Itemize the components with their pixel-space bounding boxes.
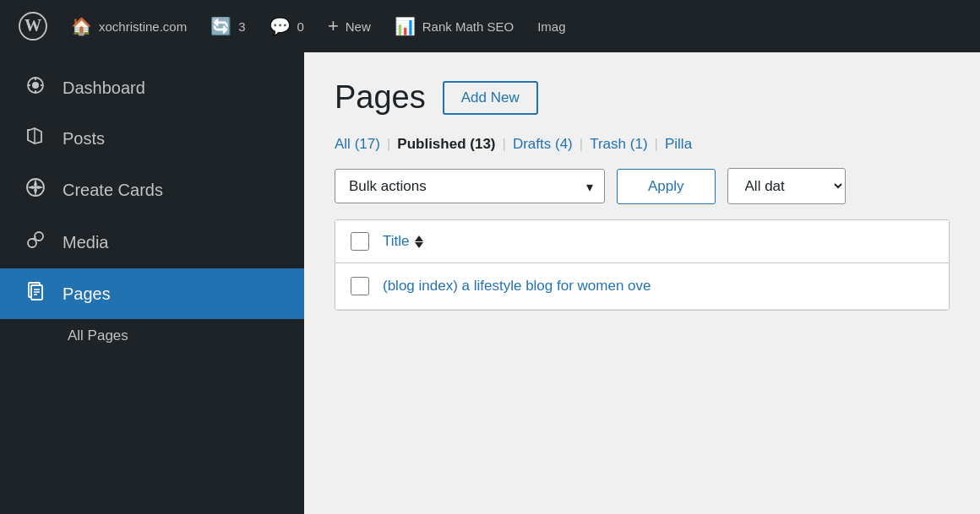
filter-sep-2: | — [503, 136, 506, 153]
page-layout: Dashboard Posts — [0, 52, 980, 514]
comments-icon: 💬 — [270, 16, 291, 36]
filter-drafts[interactable]: Drafts (4) — [513, 136, 573, 153]
image-label: Imag — [537, 19, 565, 34]
svg-point-10 — [34, 186, 37, 189]
title-column-header[interactable]: Title — [383, 233, 423, 250]
sort-icon — [415, 235, 423, 248]
comments-count: 0 — [297, 19, 304, 34]
media-icon — [24, 230, 47, 255]
bulk-actions-wrapper: Bulk actions Edit Move to Trash ▾ — [335, 169, 605, 203]
sidebar-item-pages[interactable]: Pages — [0, 268, 304, 319]
sidebar-item-media[interactable]: Media — [0, 216, 304, 268]
updates-icon: 🔄 — [210, 16, 231, 36]
filter-published[interactable]: Published (13) — [397, 136, 495, 153]
page-header: Pages Add New — [335, 79, 950, 116]
rank-math-label: Rank Math SEO — [422, 19, 514, 34]
pages-icon — [24, 282, 47, 306]
updates-link[interactable]: 🔄 3 — [199, 0, 257, 52]
rank-math-link[interactable]: 📊 Rank Math SEO — [383, 0, 525, 52]
page-title-link[interactable]: (blog index) a lifestyle blog for women … — [383, 278, 651, 295]
add-new-button[interactable]: Add New — [443, 81, 538, 115]
sidebar-item-create-cards[interactable]: Create Cards — [0, 164, 304, 216]
filter-links: All (17) | Published (13) | Drafts (4) |… — [335, 136, 950, 153]
filter-pillar[interactable]: Pilla — [665, 136, 692, 153]
create-cards-icon — [24, 177, 47, 203]
svg-point-3 — [32, 82, 39, 89]
sidebar-create-cards-label: Create Cards — [63, 181, 163, 200]
filter-trash[interactable]: Trash (1) — [590, 136, 647, 153]
sidebar-posts-label: Posts — [63, 129, 105, 149]
page-title: Pages — [335, 79, 426, 116]
sidebar-pages-label: Pages — [63, 284, 111, 304]
site-name: xochristine.com — [99, 19, 187, 34]
sidebar-item-dashboard[interactable]: Dashboard — [0, 62, 304, 113]
sort-descending-icon — [415, 242, 423, 248]
filter-all[interactable]: All (17) — [335, 136, 380, 153]
updates-count: 3 — [238, 19, 245, 34]
svg-text:W: W — [24, 16, 41, 35]
dashboard-icon — [24, 76, 47, 100]
admin-bar: W 🏠 xochristine.com 🔄 3 💬 0 + New 📊 Rank… — [0, 0, 980, 52]
apply-button[interactable]: Apply — [617, 169, 716, 204]
bulk-actions-select[interactable]: Bulk actions Edit Move to Trash — [335, 169, 605, 203]
date-filter-select[interactable]: All dat — [727, 168, 846, 204]
image-link[interactable]: Imag — [525, 0, 577, 52]
pages-table: Title (blog index) a lifestyle blog for … — [335, 219, 950, 311]
filter-sep-1: | — [387, 136, 390, 153]
comments-link[interactable]: 💬 0 — [258, 0, 316, 52]
main-content: Pages Add New All (17) | Published (13) … — [304, 52, 980, 514]
filter-sep-3: | — [580, 136, 583, 153]
chart-icon: 📊 — [395, 16, 416, 36]
table-header-row: Title — [335, 220, 949, 263]
bulk-actions-row: Bulk actions Edit Move to Trash ▾ Apply … — [335, 168, 950, 204]
site-name-link[interactable]: 🏠 xochristine.com — [59, 0, 199, 52]
sidebar-media-label: Media — [63, 233, 108, 252]
sort-ascending-icon — [415, 235, 423, 241]
all-pages-label: All Pages — [68, 327, 128, 344]
posts-icon — [24, 127, 47, 150]
new-label: New — [346, 19, 371, 34]
sidebar: Dashboard Posts — [0, 52, 304, 514]
date-filter-wrapper: All dat — [727, 168, 846, 204]
plus-icon: + — [328, 15, 339, 37]
title-column-label: Title — [383, 233, 410, 250]
filter-sep-4: | — [655, 136, 658, 153]
sidebar-sub-all-pages[interactable]: All Pages — [0, 319, 304, 353]
row-checkbox[interactable] — [351, 277, 369, 295]
sidebar-item-posts[interactable]: Posts — [0, 113, 304, 164]
sidebar-dashboard-label: Dashboard — [63, 78, 145, 98]
home-icon: 🏠 — [71, 16, 92, 36]
new-content-link[interactable]: + New — [316, 0, 383, 52]
select-all-checkbox[interactable] — [351, 232, 369, 251]
svg-point-11 — [28, 239, 36, 247]
table-row: (blog index) a lifestyle blog for women … — [335, 263, 949, 310]
wp-logo-button[interactable]: W — [7, 0, 59, 52]
